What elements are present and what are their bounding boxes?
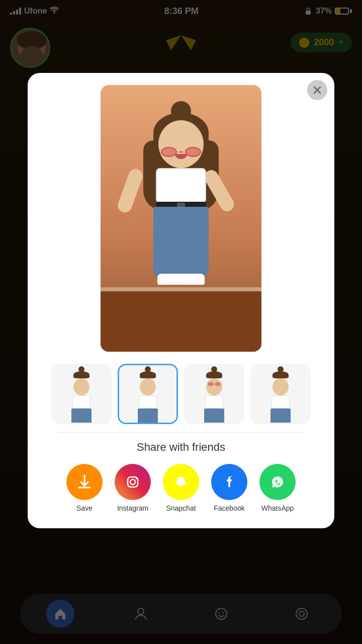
- snapchat-label: Snapchat: [166, 504, 196, 512]
- char-glass-right: [185, 147, 201, 157]
- thumb-head-3: [206, 378, 222, 395]
- thumb-pants-3: [204, 409, 224, 424]
- save-button[interactable]: Save: [66, 464, 103, 512]
- thumb-pants-2: [138, 409, 158, 424]
- thumb-head-4: [273, 378, 289, 395]
- char-shoe-right: [177, 274, 205, 285]
- char-shirt: [156, 168, 206, 203]
- facebook-label: Facebook: [214, 504, 244, 512]
- char-pants: [153, 207, 209, 277]
- thumbnail-1[interactable]: [51, 364, 112, 424]
- thumb-pants-4: [270, 409, 291, 424]
- share-buttons-row: Save Instagram Snapchat: [28, 464, 334, 512]
- thumb-body-1: [72, 395, 90, 409]
- thumb-body-3: [205, 395, 223, 409]
- thumb-char-1: [64, 371, 99, 417]
- svg-point-11: [136, 478, 137, 479]
- svg-point-10: [130, 479, 135, 485]
- whatsapp-button[interactable]: WhatsApp: [259, 464, 296, 512]
- avatar-preview: [101, 85, 261, 352]
- thumbnail-2[interactable]: [118, 364, 178, 424]
- share-title: Share with friends: [28, 441, 334, 454]
- instagram-icon: [115, 464, 151, 500]
- share-divider: [58, 432, 304, 433]
- thumb-head-1: [73, 378, 89, 395]
- save-label: Save: [76, 504, 93, 512]
- snapchat-icon: [163, 464, 199, 500]
- thumb-body-2: [139, 395, 157, 409]
- share-modal: Share with friends Save Instagram: [28, 73, 334, 528]
- char-arm-left: [116, 167, 144, 214]
- snapchat-button[interactable]: Snapchat: [163, 464, 199, 512]
- thumb-body-4: [272, 395, 290, 409]
- facebook-button[interactable]: Facebook: [211, 464, 247, 512]
- thumbnail-strip: [28, 356, 334, 432]
- instagram-button[interactable]: Instagram: [115, 464, 151, 512]
- thumb-char-3: [197, 371, 232, 417]
- thumb-pants-1: [71, 409, 92, 424]
- thumb-char-2: [130, 371, 165, 417]
- close-button[interactable]: [307, 80, 327, 100]
- thumb-head-2: [140, 378, 156, 395]
- thumbnail-4[interactable]: [250, 364, 311, 424]
- whatsapp-label: WhatsApp: [261, 504, 294, 512]
- facebook-icon: [211, 464, 247, 500]
- whatsapp-icon: [259, 464, 296, 500]
- char-head: [158, 120, 204, 168]
- character-body: [126, 120, 236, 311]
- char-glass-left: [161, 147, 177, 157]
- thumbnail-3[interactable]: [184, 364, 244, 424]
- instagram-label: Instagram: [117, 504, 148, 512]
- thumb-char-4: [263, 371, 298, 417]
- save-icon: [66, 464, 103, 500]
